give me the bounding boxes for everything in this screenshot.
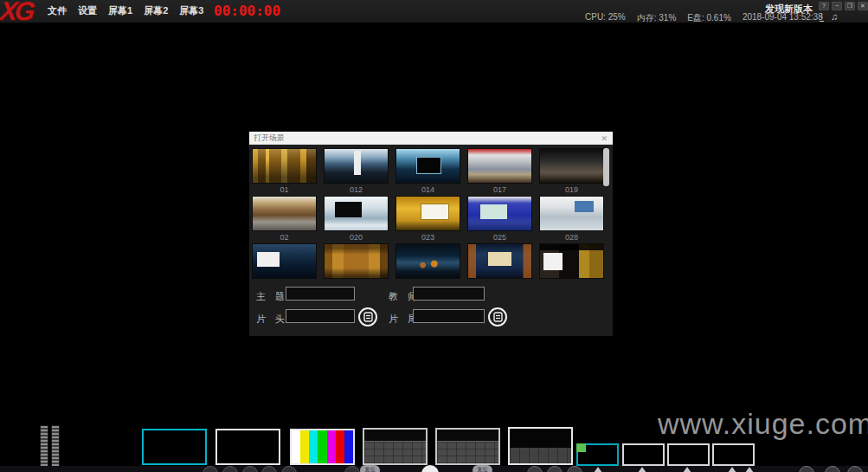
menu-file[interactable]: 文件 — [48, 4, 67, 17]
top-menu-bar: XG 文件 设置 屏幕1 屏幕2 屏幕3 00:00:00 发现新版本 ? − … — [0, 0, 868, 23]
reset-button-2[interactable]: 复位 — [473, 465, 492, 472]
source-slot-3[interactable] — [667, 443, 710, 466]
monitor-scene-3[interactable] — [508, 427, 573, 465]
scene-cell — [467, 243, 539, 291]
memory-value: 31% — [659, 13, 676, 23]
scene-cell: 028 — [539, 196, 611, 243]
opening-browse-button[interactable] — [358, 307, 377, 327]
scene-cell — [539, 243, 611, 291]
disk-label: E盘: — [687, 13, 704, 23]
scene-thumbnail-017[interactable] — [467, 148, 532, 184]
monitor-preview-selected[interactable] — [142, 429, 207, 465]
scene-label: 017 — [467, 185, 532, 194]
dialog-titlebar[interactable]: 打开场景 ✕ — [249, 132, 613, 145]
scene-cell: 012 — [324, 148, 395, 196]
download-icon[interactable]: ↓ — [820, 11, 824, 22]
source-slot-2[interactable] — [622, 443, 665, 466]
up-arrow-icon[interactable] — [594, 467, 602, 472]
minimize-button[interactable]: − — [832, 2, 842, 10]
cpu-label: CPU: — [585, 12, 606, 22]
scene-label: 025 — [467, 233, 532, 242]
scene-thumbnail-r3c3[interactable] — [395, 243, 460, 279]
scene-label: 02 — [252, 233, 317, 242]
scene-label: 01 — [252, 185, 317, 194]
browse-icon — [363, 312, 373, 322]
scene-label: 019 — [539, 185, 604, 194]
menu-bar: 文件 设置 屏幕1 屏幕2 屏幕3 — [48, 4, 203, 17]
ending-input[interactable] — [413, 309, 485, 323]
reset-button-1[interactable]: 复位 — [360, 465, 380, 472]
browse-icon — [493, 312, 503, 322]
monitor-program[interactable] — [215, 429, 280, 465]
scene-thumbnail-023[interactable] — [395, 196, 460, 231]
up-arrow-icon[interactable] — [745, 467, 754, 472]
scene-thumbnail-019[interactable] — [539, 148, 604, 184]
window-controls: ? − ❐ ✕ — [819, 2, 868, 10]
scene-thumbnail-r3c2[interactable] — [324, 243, 389, 279]
app-logo: XG — [0, 0, 34, 23]
scene-label: 020 — [324, 233, 389, 242]
scene-thumbnail-012[interactable] — [324, 148, 389, 184]
teacher-input[interactable] — [413, 287, 485, 301]
memory-stat: 内存: 31% — [637, 12, 677, 23]
vu-meter-right — [51, 425, 60, 468]
vu-meter-left — [40, 425, 48, 468]
scene-cell — [252, 243, 324, 291]
monitor-scene-2[interactable] — [435, 428, 500, 465]
disk-stat: E盘: 0.61% — [687, 12, 731, 23]
scene-cell: 019 — [539, 148, 611, 196]
source-slot-4[interactable] — [712, 443, 755, 466]
help-button[interactable]: ? — [819, 2, 829, 10]
up-arrow-icon[interactable] — [638, 467, 646, 472]
scene-label: 028 — [539, 233, 604, 242]
topbar-icons: ↓ ♫ — [820, 11, 838, 22]
source-slot-1-active[interactable] — [576, 443, 619, 466]
restore-button[interactable]: ❐ — [845, 2, 855, 10]
scene-cell — [324, 243, 395, 291]
scene-thumbnail-028[interactable] — [539, 196, 604, 231]
scene-cell — [395, 243, 467, 291]
dialog-close-icon[interactable]: ✕ — [601, 134, 608, 143]
up-arrow-icon[interactable] — [683, 467, 691, 472]
subject-label: 主 题 — [256, 290, 288, 303]
scene-label: 014 — [395, 185, 460, 194]
scrollbar-thumb[interactable] — [603, 148, 609, 186]
scene-thumbnail-r3c5[interactable] — [539, 243, 604, 279]
scene-label: 023 — [395, 233, 460, 242]
menu-screen2[interactable]: 屏幕2 — [144, 4, 168, 17]
scene-cell: 020 — [324, 196, 395, 243]
monitor-colorbars[interactable] — [290, 429, 355, 465]
open-scene-dialog: 打开场景 ✕ 01 012 014 017 019 02 020 023 025… — [249, 132, 613, 336]
close-button[interactable]: ✕ — [858, 2, 868, 10]
scene-thumbnail-014[interactable] — [395, 148, 460, 184]
scene-thumbnail-020[interactable] — [324, 196, 389, 231]
memory-label: 内存: — [637, 13, 657, 23]
opening-input[interactable] — [286, 309, 355, 323]
opening-label: 片 头 — [256, 313, 288, 326]
scene-label: 012 — [324, 185, 389, 194]
scene-grid: 01 012 014 017 019 02 020 023 025 028 — [252, 148, 611, 291]
dialog-title: 打开场景 — [254, 133, 285, 144]
menu-settings[interactable]: 设置 — [78, 4, 97, 17]
scene-scrollbar[interactable] — [603, 146, 610, 287]
subject-input[interactable] — [286, 287, 355, 301]
scene-cell: 023 — [395, 196, 467, 243]
cpu-value: 25% — [608, 12, 626, 22]
scene-cell: 014 — [395, 148, 467, 196]
system-stats: CPU: 25% 内存: 31% E盘: 0.61% 2018-09-04 13… — [585, 12, 823, 23]
ending-browse-button[interactable] — [488, 307, 507, 327]
live-indicator — [576, 443, 586, 452]
scene-cell: 025 — [467, 196, 539, 243]
cpu-stat: CPU: 25% — [585, 12, 626, 23]
scene-thumbnail-025[interactable] — [467, 196, 532, 231]
scene-thumbnail-r3c1[interactable] — [252, 243, 317, 279]
scene-cell: 01 — [252, 148, 324, 196]
music-icon[interactable]: ♫ — [831, 11, 838, 22]
scene-thumbnail-r3c4[interactable] — [467, 243, 532, 279]
monitor-scene-1[interactable] — [363, 428, 428, 465]
menu-screen3[interactable]: 屏幕3 — [179, 4, 203, 17]
scene-thumbnail-01[interactable] — [252, 148, 317, 184]
menu-screen1[interactable]: 屏幕1 — [108, 4, 132, 17]
up-arrow-icon[interactable] — [728, 467, 736, 472]
scene-thumbnail-02[interactable] — [252, 196, 317, 231]
